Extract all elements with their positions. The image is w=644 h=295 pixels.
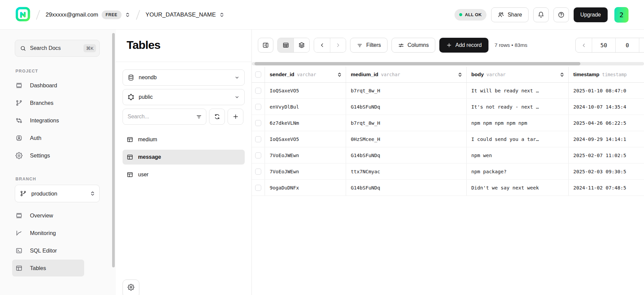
database-icon	[128, 74, 134, 81]
search-docs-button[interactable]: Search Docs ⌘K	[15, 40, 100, 57]
forward-button[interactable]	[330, 38, 346, 52]
table-row[interactable]: 9ogaDuDNFx G14bSFuNDq Didn't we say next…	[252, 180, 644, 196]
page-offset-value[interactable]: 0	[615, 38, 639, 52]
branch-selector[interactable]: production	[15, 185, 100, 202]
add-table-button[interactable]	[228, 109, 243, 125]
table-icon	[15, 265, 23, 272]
column-header-timestamp[interactable]: timestamp timestamp	[568, 67, 644, 82]
upgrade-label: Upgrade	[580, 12, 601, 18]
table-list: medium message user	[116, 132, 251, 182]
collapse-panel-button[interactable]	[258, 38, 273, 53]
table-row[interactable]: 6z7dkeVLNm b7rqt_8w_H npm npm npm npm np…	[252, 115, 644, 131]
table-row[interactable]: IoQSaxeVO5 0HzSMcee_H I could send you a…	[252, 131, 644, 147]
status-dot	[459, 13, 462, 16]
branch-selector-value: production	[31, 190, 57, 197]
notification-count: 2	[619, 11, 623, 19]
horizontal-scrollbar-thumb[interactable]	[255, 62, 580, 65]
table-row[interactable]: IoQSaxeVO5 b7rqt_8w_H It will be ready n…	[252, 83, 644, 99]
table-list-item-medium[interactable]: medium	[123, 132, 245, 147]
user-square-icon	[15, 135, 23, 142]
sidebar-item-label: Auth	[30, 135, 41, 141]
row-checkbox[interactable]	[255, 104, 261, 110]
sliders-icon	[398, 42, 404, 49]
page-size-value[interactable]: 50	[592, 38, 615, 52]
page-next-button[interactable]	[639, 38, 644, 52]
sidebar-item-label: Overview	[30, 212, 53, 219]
panel-settings-button[interactable]	[123, 279, 139, 295]
schema-select[interactable]: public	[123, 89, 245, 105]
layers-view-button[interactable]	[294, 38, 309, 52]
sidebar-item-integrations[interactable]: Integrations	[12, 112, 84, 129]
table-row[interactable]: 7VoEoJWEwn G14bSFuNDq npm wen 2025-02-07…	[252, 147, 644, 164]
sort-icon[interactable]	[458, 72, 462, 77]
sidebar-item-tables[interactable]: Tables	[12, 260, 84, 276]
table-row[interactable]: 7VoEoJWEwn ttx7NCmyac npm package? 2025-…	[252, 164, 644, 180]
people-icon	[498, 11, 504, 18]
select-all-checkbox[interactable]	[255, 71, 261, 78]
page-prev-button[interactable]	[576, 38, 592, 52]
notifications-button[interactable]	[533, 7, 549, 22]
column-header-sender-id[interactable]: sender_id varchar	[265, 67, 346, 82]
filter-lines-icon	[357, 42, 363, 49]
column-header-body[interactable]: body varchar	[466, 67, 568, 82]
gear-icon	[15, 152, 23, 159]
overview-icon	[15, 212, 23, 219]
breadcrumb-account[interactable]: 29xxxxx@gmail.com FREE	[46, 10, 130, 19]
sidebar-item-settings[interactable]: Settings	[12, 147, 84, 164]
breadcrumb-database[interactable]: YOUR_DATABASE_NAME	[145, 11, 225, 18]
project-nav: Dashboard Branches Integrations	[0, 77, 116, 165]
sidebar-scrollbar[interactable]	[112, 33, 115, 267]
table-header-row: sender_id varchar medium_id varchar	[252, 67, 644, 83]
table-view-button[interactable]	[278, 38, 294, 52]
sidebar-item-sql-editor[interactable]: SQL Editor	[12, 242, 84, 259]
neon-logo[interactable]	[15, 7, 30, 23]
share-button[interactable]: Share	[491, 7, 529, 22]
pagination: 50 0	[575, 38, 644, 53]
back-button[interactable]	[314, 38, 330, 52]
table-list-item-user[interactable]: user	[123, 167, 245, 182]
sidebar-item-label: SQL Editor	[30, 247, 57, 254]
refresh-button[interactable]	[209, 109, 225, 125]
row-checkbox[interactable]	[255, 185, 261, 191]
schema-select-value: public	[139, 94, 153, 100]
page-title: Tables	[116, 30, 251, 52]
chevron-updown-icon	[125, 12, 130, 18]
integrations-icon	[15, 117, 23, 124]
table-list-item-message[interactable]: message	[123, 150, 245, 165]
sidebar-item-label: Integrations	[30, 117, 59, 124]
sidebar: Search Docs ⌘K PROJECT Dashboard Branche…	[0, 30, 116, 295]
sidebar-item-auth[interactable]: Auth	[12, 129, 84, 146]
table-row[interactable]: enVvyDlBul G14bSFuNDq It's not ready - n…	[252, 99, 644, 115]
row-checkbox[interactable]	[255, 136, 261, 142]
filters-button[interactable]: Filters	[350, 38, 387, 53]
status-badge[interactable]: ALL OK	[454, 9, 486, 21]
sidebar-item-dashboard[interactable]: Dashboard	[12, 77, 84, 94]
row-checkbox[interactable]	[255, 152, 261, 158]
tables-panel: Tables neondb public	[116, 30, 252, 295]
sort-icon[interactable]	[560, 72, 564, 77]
columns-button[interactable]: Columns	[392, 38, 435, 53]
row-checkbox[interactable]	[255, 88, 261, 94]
sidebar-item-branches[interactable]: Branches	[12, 94, 84, 111]
plus-icon	[446, 42, 452, 48]
horizontal-scrollbar[interactable]	[252, 62, 644, 65]
keyboard-shortcut: ⌘K	[83, 44, 96, 52]
database-select[interactable]: neondb	[123, 69, 245, 86]
status-label: ALL OK	[465, 12, 482, 17]
table-search-input[interactable]	[123, 109, 206, 125]
search-docs-label: Search Docs	[30, 45, 61, 51]
sidebar-item-overview[interactable]: Overview	[12, 207, 84, 224]
table-icon	[127, 154, 133, 160]
upgrade-button[interactable]: Upgrade	[574, 7, 608, 22]
notification-count-badge[interactable]: 2	[614, 7, 629, 23]
add-record-button[interactable]: Add record	[439, 38, 488, 53]
column-header-medium-id[interactable]: medium_id varchar	[346, 67, 466, 82]
sidebar-item-label: Dashboard	[30, 82, 57, 89]
database-name: YOUR_DATABASE_NAME	[145, 11, 216, 18]
sort-icon[interactable]	[337, 72, 342, 77]
sidebar-item-monitoring[interactable]: Monitoring	[12, 225, 84, 241]
help-button[interactable]	[553, 7, 569, 22]
row-checkbox[interactable]	[255, 120, 261, 126]
row-checkbox[interactable]	[255, 169, 261, 175]
breadcrumb-separator	[36, 10, 40, 20]
